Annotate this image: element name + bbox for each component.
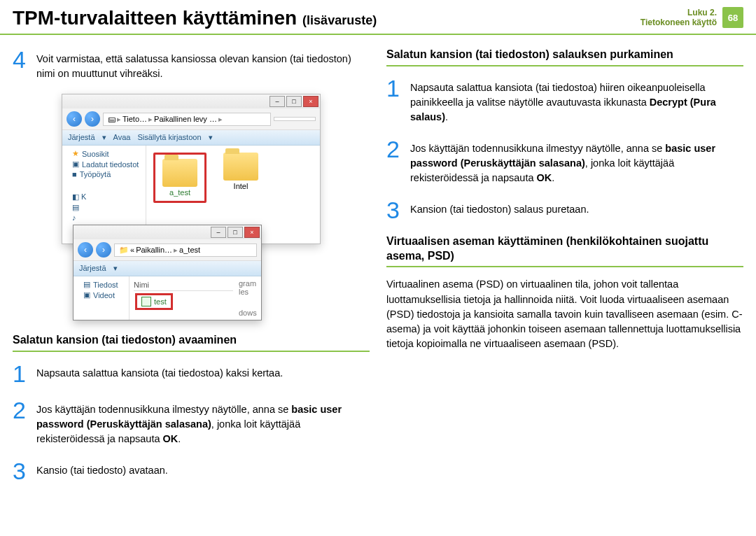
- folder-intel[interactable]: Intel: [223, 153, 258, 190]
- step-number: 1: [386, 76, 403, 125]
- close-button[interactable]: ×: [244, 227, 260, 238]
- toolbar: Järjestä▾ Avaa Sisällytä kirjastoon▾: [62, 130, 320, 146]
- chapter-line1: Luku 2.: [640, 8, 717, 17]
- bc-part[interactable]: Paikallin…: [136, 246, 172, 254]
- step-text: Kansio (tai tiedosto) avataan.: [36, 459, 168, 483]
- sidebar-downloads[interactable]: ▣ Ladatut tiedostot: [65, 159, 143, 169]
- step-number: 1: [13, 362, 29, 386]
- hdd-icon: 🖴: [108, 115, 115, 123]
- page-header: TPM-turvalaitteen käyttäminen (lisävarus…: [0, 0, 756, 35]
- folder-icon: 📁: [119, 246, 129, 255]
- minimize-button[interactable]: –: [270, 96, 285, 107]
- open-step-3: 3 Kansio (tai tiedosto) avataan.: [13, 459, 370, 483]
- page-number-badge: 68: [722, 7, 743, 28]
- bc-part[interactable]: a_test: [179, 246, 200, 254]
- column-name[interactable]: Nimi: [134, 279, 233, 291]
- forward-button[interactable]: ›: [85, 111, 100, 127]
- back-button[interactable]: ‹: [78, 242, 93, 258]
- decrypt-step-1: 1 Napsauta salattua kansiota (tai tiedos…: [386, 76, 743, 125]
- chapter-line2: Tietokoneen käyttö: [640, 17, 717, 27]
- folder-label: Intel: [234, 182, 248, 190]
- organize-menu[interactable]: Järjestä: [68, 133, 95, 142]
- decrypt-step-2: 2 Jos käyttäjän todennusikkuna ilmestyy …: [386, 137, 743, 185]
- page-subtitle: (lisävaruste): [302, 13, 377, 28]
- sidebar-favorites[interactable]: ★Suosikit: [65, 148, 143, 159]
- highlight-box: a_test: [153, 153, 206, 203]
- breadcrumb[interactable]: 📁 « Paikallin… ▸ a_test: [114, 244, 257, 257]
- step-text: Napsauta salattua kansiota (tai tiedosto…: [410, 76, 743, 125]
- open-step-1: 1 Napsauta salattua kansiota (tai tiedos…: [13, 362, 370, 386]
- decrypt-step-3: 3 Kansion (tai tiedoston) salaus puretaa…: [386, 198, 743, 222]
- titlebar: – □ ×: [62, 94, 320, 108]
- section-decrypt-title: Salatun kansion (tai tiedoston) salaukse…: [386, 48, 743, 66]
- close-button[interactable]: ×: [303, 96, 318, 107]
- folder-a-test[interactable]: a_test: [162, 159, 197, 197]
- folder-label: a_test: [169, 188, 190, 197]
- file-list: Nimi test: [130, 276, 237, 320]
- step-text: Voit varmistaa, että salatussa kansiossa…: [36, 48, 370, 81]
- star-icon: ★: [72, 149, 79, 158]
- bc-part[interactable]: Tieto…: [122, 115, 147, 123]
- sidebar-desktop[interactable]: ■ Työpöytä: [65, 169, 143, 179]
- nav-bar: ‹ › 🖴 ▸ Tieto… ▸ Paikallinen levy … ▸: [62, 108, 320, 130]
- partial-column: gram les dows: [237, 276, 261, 320]
- breadcrumb[interactable]: 🖴 ▸ Tieto… ▸ Paikallinen levy … ▸: [103, 113, 271, 126]
- maximize-button[interactable]: □: [286, 96, 302, 107]
- step-text: Jos käyttäjän todennusikkuna ilmestyy nä…: [36, 398, 370, 446]
- section-psd-title: Virtuaalisen aseman käyttäminen (henkilö…: [386, 234, 743, 268]
- page-title: TPM-turvalaitteen käyttäminen: [13, 7, 297, 29]
- explorer-window-inner: – □ × ‹ › 📁 « Paikallin… ▸ a_test Järjes…: [73, 225, 262, 320]
- step-text: Kansion (tai tiedoston) salaus puretaan.: [410, 198, 589, 222]
- step-number: 3: [386, 198, 403, 222]
- forward-button[interactable]: ›: [96, 242, 111, 258]
- maximize-button[interactable]: □: [227, 227, 243, 238]
- step-4: 4 Voit varmistaa, että salatussa kansios…: [13, 48, 370, 81]
- folder-icon: [223, 153, 258, 181]
- minimize-button[interactable]: –: [211, 227, 226, 238]
- back-button[interactable]: ‹: [66, 111, 82, 127]
- titlebar: – □ ×: [74, 225, 261, 239]
- step-number: 3: [13, 459, 29, 483]
- sidebar: ▤ Tiedost ▣ Videot: [74, 276, 130, 320]
- open-menu[interactable]: Avaa: [113, 133, 131, 142]
- organize-menu[interactable]: Järjestä: [79, 264, 106, 273]
- highlight-box: test: [135, 293, 173, 310]
- sidebar-videos[interactable]: ▣ Videot: [76, 290, 126, 300]
- sidebar-item[interactable]: ◧ K: [65, 192, 143, 202]
- right-column: Salatun kansion (tai tiedoston) salaukse…: [386, 48, 743, 495]
- open-step-2: 2 Jos käyttäjän todennusikkuna ilmestyy …: [13, 398, 370, 446]
- nav-bar: ‹ › 📁 « Paikallin… ▸ a_test: [74, 239, 261, 261]
- step-number: 2: [13, 398, 29, 446]
- include-library-menu[interactable]: Sisällytä kirjastoon: [137, 133, 201, 142]
- section-open-title: Salatun kansion (tai tiedoston) avaamine…: [13, 333, 370, 352]
- explorer-window-outer: – □ × ‹ › 🖴 ▸ Tieto… ▸ Paikallinen levy …: [62, 94, 321, 244]
- chapter-info: Luku 2. Tietokoneen käyttö: [640, 8, 717, 28]
- sidebar-item[interactable]: [65, 213, 143, 223]
- psd-paragraph: Virtuaalinen asema (PSD) on virtuaalinen…: [386, 277, 743, 351]
- step-number: 2: [386, 137, 403, 185]
- step-text: Jos käyttäjän todennusikkuna ilmestyy nä…: [410, 137, 743, 185]
- toolbar: Järjestä▾: [74, 261, 261, 276]
- search-input[interactable]: [274, 117, 316, 121]
- left-column: 4 Voit varmistaa, että salatussa kansios…: [13, 48, 370, 495]
- step-text: Napsauta salattua kansiota (tai tiedosto…: [36, 362, 283, 386]
- bc-part[interactable]: Paikallinen levy …: [154, 115, 217, 123]
- folder-icon: [162, 159, 197, 187]
- file-test[interactable]: test: [154, 297, 167, 306]
- step-number: 4: [13, 48, 29, 81]
- sidebar-files[interactable]: ▤ Tiedost: [76, 279, 126, 290]
- sidebar-item[interactable]: ▤: [65, 202, 143, 213]
- file-icon: [141, 297, 151, 306]
